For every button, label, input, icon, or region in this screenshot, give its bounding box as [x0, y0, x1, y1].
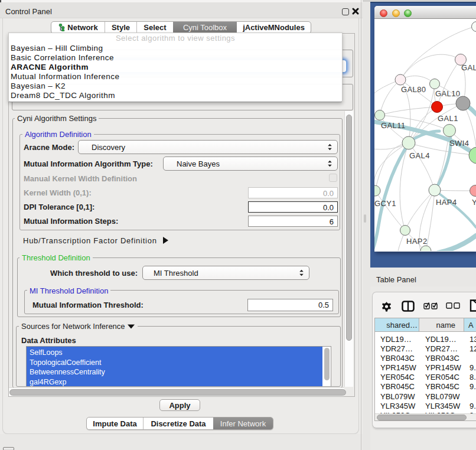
- svg-text:GAL10: GAL10: [435, 89, 460, 98]
- svg-text:HAP2: HAP2: [406, 237, 428, 246]
- svg-text:GAL4: GAL4: [409, 151, 430, 160]
- svg-text:GAL11: GAL11: [381, 121, 406, 130]
- svg-text:GAL80: GAL80: [401, 85, 426, 94]
- svg-text:SWI4: SWI4: [449, 139, 469, 148]
- svg-text:GAL1: GAL1: [438, 114, 458, 123]
- svg-text:GAL8: GAL8: [461, 63, 476, 72]
- svg-text:Y: Y: [472, 198, 476, 207]
- svg-text:GCY1: GCY1: [374, 199, 396, 208]
- svg-text:HAP4: HAP4: [436, 198, 457, 207]
